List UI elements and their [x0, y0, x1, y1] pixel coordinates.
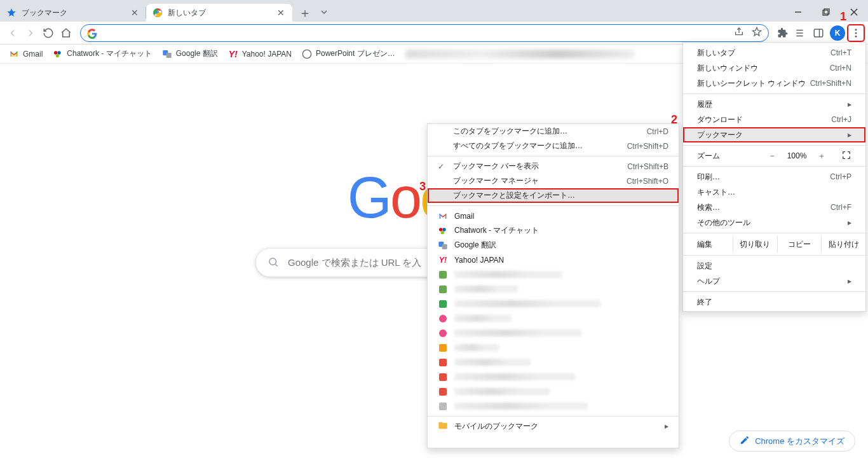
- menu-new-tab[interactable]: 新しいタブ Ctrl+T: [683, 45, 865, 60]
- edit-paste-button[interactable]: 貼り付け: [821, 236, 865, 252]
- svg-point-9: [855, 29, 857, 31]
- bookmarks-blurred: [405, 50, 634, 59]
- gtranslate-icon: [162, 49, 172, 59]
- bookmark-label: Yahoo! JAPAN: [242, 50, 292, 59]
- close-icon[interactable]: ✕: [130, 8, 140, 18]
- address-bar[interactable]: [80, 24, 769, 42]
- submenu-add-all[interactable]: すべてのタブをブックマークに追加… Ctrl+Shift+D: [428, 139, 679, 153]
- submenu-bookmark-blurred[interactable]: [428, 355, 679, 370]
- menu-new-incognito[interactable]: 新しいシークレット ウィンドウ Ctrl+Shift+N: [683, 76, 865, 91]
- submenu-bookmark-blurred[interactable]: [428, 399, 679, 413]
- submenu-show-bar[interactable]: ✓ ブックマーク バーを表示 Ctrl+Shift+B: [428, 159, 679, 174]
- submenu-bookmark-blurred[interactable]: [428, 340, 679, 355]
- submenu-mobile-folder[interactable]: モバイルのブックマーク: [428, 419, 679, 434]
- powerpoint-icon: [302, 49, 312, 59]
- extensions-button[interactable]: [774, 24, 792, 42]
- submenu-bookmark-blurred[interactable]: [428, 267, 679, 282]
- maximize-button[interactable]: [812, 3, 840, 22]
- star-icon: [6, 8, 17, 18]
- tab-search-button[interactable]: [314, 3, 334, 22]
- svg-rect-24: [442, 244, 447, 249]
- minimize-button[interactable]: [784, 3, 812, 22]
- fullscreen-button[interactable]: [841, 150, 851, 162]
- svg-point-22: [441, 231, 444, 234]
- new-tab-button[interactable]: ＋: [296, 4, 314, 22]
- menu-find[interactable]: 検索… Ctrl+F: [683, 200, 865, 215]
- submenu-bookmark-item[interactable]: Google 翻訳: [428, 238, 679, 252]
- menu-settings[interactable]: 設定: [683, 258, 865, 273]
- search-placeholder: Google で検索または URL を入: [288, 257, 421, 269]
- menu-history[interactable]: 履歴: [683, 97, 865, 112]
- submenu-bookmark-blurred[interactable]: [428, 370, 679, 384]
- svg-point-12: [54, 51, 57, 54]
- reload-button[interactable]: [39, 24, 57, 42]
- share-icon[interactable]: [734, 27, 744, 39]
- menu-more-tools[interactable]: その他のツール: [683, 215, 865, 230]
- menu-print[interactable]: 印刷… Ctrl+P: [683, 169, 865, 184]
- bookmark-label: Chatwork - マイチャット: [67, 48, 151, 59]
- svg-rect-16: [166, 53, 171, 58]
- chatwork-icon: [438, 226, 448, 236]
- yahoo-icon: Y!: [228, 49, 238, 59]
- chrome-icon: [153, 8, 163, 18]
- menu-new-window[interactable]: 新しいウィンドウ Ctrl+N: [683, 60, 865, 76]
- home-button[interactable]: [57, 24, 75, 42]
- submenu-bookmark-blurred[interactable]: [428, 282, 679, 296]
- submenu-manager[interactable]: ブックマーク マネージャ Ctrl+Shift+O: [428, 174, 679, 188]
- bookmark-star-icon[interactable]: [752, 27, 762, 39]
- bookmark-yahoo[interactable]: Y! Yahoo! JAPAN: [228, 49, 292, 59]
- yahoo-icon: Y!: [438, 255, 448, 265]
- gmail-icon: [438, 211, 448, 221]
- toolbar: K: [0, 22, 868, 45]
- bookmark-chatwork[interactable]: Chatwork - マイチャット: [53, 48, 151, 59]
- zoom-value: 100%: [785, 151, 808, 160]
- svg-rect-4: [824, 9, 829, 14]
- submenu-bookmark-blurred[interactable]: [428, 296, 679, 311]
- submenu-bookmark-blurred[interactable]: [428, 384, 679, 399]
- svg-point-13: [58, 51, 61, 54]
- menu-downloads[interactable]: ダウンロード Ctrl+J: [683, 112, 865, 127]
- menu-cast[interactable]: キャスト…: [683, 184, 865, 200]
- edit-copy-button[interactable]: コピー: [777, 236, 822, 252]
- back-button[interactable]: [4, 24, 22, 42]
- window-controls: [784, 3, 868, 22]
- bookmark-label: Google 翻訳: [176, 48, 218, 59]
- close-icon[interactable]: ✕: [276, 8, 286, 18]
- side-panel-icon[interactable]: [810, 24, 827, 42]
- tab-bookmarks[interactable]: ブックマーク ✕: [0, 4, 146, 22]
- tab-title: 新しいタブ: [168, 8, 271, 18]
- zoom-in-button[interactable]: ＋: [815, 151, 829, 162]
- bookmark-label: Gmail: [23, 50, 43, 59]
- zoom-out-button[interactable]: −: [765, 151, 779, 160]
- check-icon: ✓: [438, 162, 451, 171]
- chrome-menu-button[interactable]: [848, 25, 864, 41]
- submenu-bookmark-item[interactable]: Y! Yahoo! JAPAN: [428, 252, 679, 267]
- bookmark-label: PowerPoint プレゼン…: [316, 48, 395, 59]
- profile-avatar[interactable]: K: [830, 25, 845, 41]
- customize-chrome-button[interactable]: Chrome をカスタマイズ: [729, 431, 855, 452]
- submenu-bookmark-blurred[interactable]: [428, 326, 679, 340]
- menu-exit[interactable]: 終了: [683, 294, 865, 310]
- bookmark-gmail[interactable]: Gmail: [9, 49, 43, 59]
- menu-help[interactable]: ヘルプ: [683, 273, 865, 289]
- submenu-import[interactable]: ブックマークと設定をインポート…: [428, 188, 679, 203]
- tab-newtab[interactable]: 新しいタブ ✕: [146, 4, 292, 22]
- menu-bookmarks[interactable]: ブックマーク: [683, 127, 865, 142]
- customize-label: Chrome をカスタマイズ: [755, 436, 844, 447]
- annotation-3: 3: [419, 180, 426, 193]
- forward-button[interactable]: [22, 24, 39, 42]
- submenu-bookmark-item[interactable]: Gmail: [428, 209, 679, 223]
- svg-point-21: [442, 228, 445, 231]
- edit-cut-button[interactable]: 切り取り: [733, 236, 777, 252]
- chatwork-icon: [53, 49, 63, 59]
- google-g-icon: [87, 29, 96, 38]
- search-icon: [268, 256, 279, 270]
- svg-rect-7: [814, 29, 823, 37]
- reading-list-icon[interactable]: [792, 24, 810, 42]
- bookmark-powerpoint[interactable]: PowerPoint プレゼン…: [302, 48, 395, 59]
- bookmark-gtranslate[interactable]: Google 翻訳: [162, 48, 218, 59]
- submenu-add-this[interactable]: このタブをブックマークに追加… Ctrl+D: [428, 124, 679, 139]
- submenu-bookmark-item[interactable]: Chatwork - マイチャット: [428, 223, 679, 238]
- submenu-bookmark-blurred[interactable]: [428, 311, 679, 326]
- svg-point-18: [269, 258, 276, 265]
